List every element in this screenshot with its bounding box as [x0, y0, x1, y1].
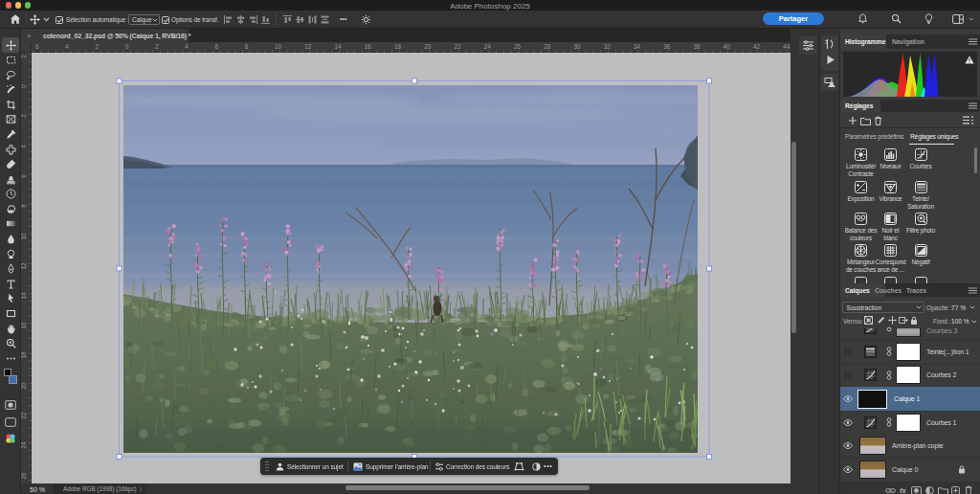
- svg-text:24: 24: [21, 441, 27, 449]
- svg-text:2: 2: [21, 55, 27, 58]
- svg-text:14: 14: [21, 292, 27, 300]
- svg-text:16: 16: [21, 322, 27, 329]
- svg-text:0: 0: [21, 84, 27, 88]
- svg-text:2: 2: [21, 114, 27, 118]
- svg-text:4: 4: [21, 145, 27, 148]
- svg-text:12: 12: [21, 262, 27, 270]
- svg-text:6: 6: [21, 174, 27, 178]
- svg-text:22: 22: [21, 412, 27, 419]
- svg-text:26: 26: [21, 472, 27, 480]
- svg-text:18: 18: [21, 351, 27, 359]
- svg-text:8: 8: [21, 204, 27, 208]
- svg-text:10: 10: [21, 233, 27, 240]
- svg-text:20: 20: [21, 382, 27, 390]
